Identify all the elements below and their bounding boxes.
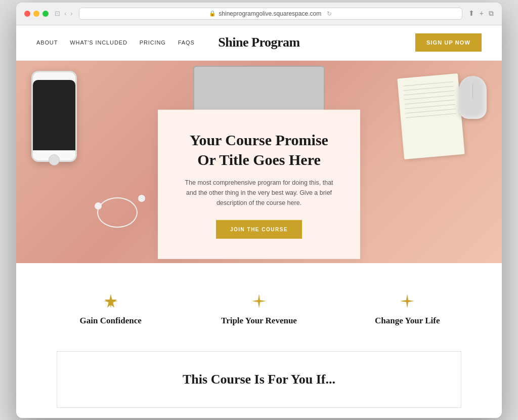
course-for-you-section: This Course Is For You If... — [57, 351, 461, 408]
earphone-wire — [97, 197, 138, 228]
earphone-bud-left — [95, 202, 102, 209]
url-text: shineprogramgolive.squarespace.com — [219, 10, 321, 17]
nav-links: ABOUT WHAT'S INCLUDED PRICING FAQS — [36, 39, 195, 46]
feature-title-3: Change Your Life — [333, 316, 482, 326]
notebook-line — [405, 108, 456, 113]
feature-star-icon-2 — [251, 293, 267, 309]
website-content: ABOUT WHAT'S INCLUDED PRICING FAQS Shine… — [16, 25, 502, 408]
nav-link-pricing[interactable]: PRICING — [140, 39, 166, 46]
phone-home-button — [49, 154, 60, 165]
notebook-line — [404, 90, 454, 95]
site-logo[interactable]: Shine Program — [218, 35, 299, 50]
notebook-line — [403, 81, 454, 86]
address-bar[interactable]: 🔒 shineprogramgolive.squarespace.com ↻ — [79, 8, 462, 20]
mouse-button-divider — [472, 83, 473, 99]
browser-chrome: ⊡ ‹ › 🔒 shineprogramgolive.squarespace.c… — [16, 3, 502, 25]
notebook-line — [405, 104, 455, 109]
back-button[interactable]: ‹ — [64, 10, 66, 17]
notebook-line — [406, 113, 456, 118]
hero-section: Your Course Promise Or Title Goes Here T… — [16, 61, 502, 263]
mouse-decoration — [459, 76, 487, 119]
feature-item-3: Change Your Life — [333, 293, 482, 326]
refresh-icon[interactable]: ↻ — [327, 10, 332, 17]
browser-controls: ⊡ ‹ › — [55, 10, 73, 17]
navigation: ABOUT WHAT'S INCLUDED PRICING FAQS Shine… — [16, 25, 502, 61]
phone-decoration — [31, 71, 77, 162]
traffic-light-red[interactable] — [24, 11, 30, 17]
hero-background: Your Course Promise Or Title Goes Here T… — [16, 61, 502, 263]
notebook-line — [405, 99, 455, 104]
browser-window: ⊡ ‹ › 🔒 shineprogramgolive.squarespace.c… — [16, 3, 502, 418]
traffic-light-yellow[interactable] — [33, 11, 39, 17]
new-tab-icon[interactable]: + — [480, 9, 484, 18]
traffic-lights — [24, 11, 49, 17]
nav-link-about[interactable]: ABOUT — [36, 39, 58, 46]
traffic-light-green[interactable] — [42, 11, 49, 17]
feature-star-icon-1 — [103, 293, 118, 309]
notebook-decoration — [397, 73, 464, 159]
browser-actions: ⬆ + ⧉ — [468, 9, 494, 18]
forward-button[interactable]: › — [70, 10, 72, 17]
share-icon[interactable]: ⬆ — [468, 9, 474, 18]
feature-title-2: Triple Your Revenue — [185, 316, 333, 326]
phone-screen — [33, 80, 75, 150]
course-for-you-title: This Course Is For You If... — [77, 372, 441, 387]
join-course-button[interactable]: JOIN THE COURSE — [216, 220, 302, 238]
feature-item-1: Gain Confidence — [36, 293, 185, 326]
signup-button[interactable]: SIGN UP NOW — [415, 33, 482, 52]
window-control-icon[interactable]: ⊡ — [55, 10, 60, 17]
feature-title-1: Gain Confidence — [36, 316, 185, 326]
nav-link-faqs[interactable]: FAQS — [178, 39, 195, 46]
notebook-line — [403, 86, 454, 91]
features-section: Gain Confidence Triple Your Revenue Chan… — [16, 263, 502, 351]
earphones-decoration — [92, 192, 153, 233]
notebook-lines — [397, 73, 462, 130]
feature-item-2: Triple Your Revenue — [185, 293, 333, 326]
hero-card-title: Your Course Promise Or Title Goes Here — [181, 130, 337, 169]
hero-card: Your Course Promise Or Title Goes Here T… — [158, 109, 360, 259]
hero-card-description: The most comprehensive program for doing… — [181, 177, 337, 207]
notebook-line — [404, 95, 455, 100]
lock-icon: 🔒 — [209, 10, 216, 17]
nav-link-whats-included[interactable]: WHAT'S INCLUDED — [70, 39, 127, 46]
earphone-bud-right — [138, 195, 145, 202]
feature-star-icon-3 — [400, 293, 415, 309]
tabs-icon[interactable]: ⧉ — [489, 9, 494, 18]
